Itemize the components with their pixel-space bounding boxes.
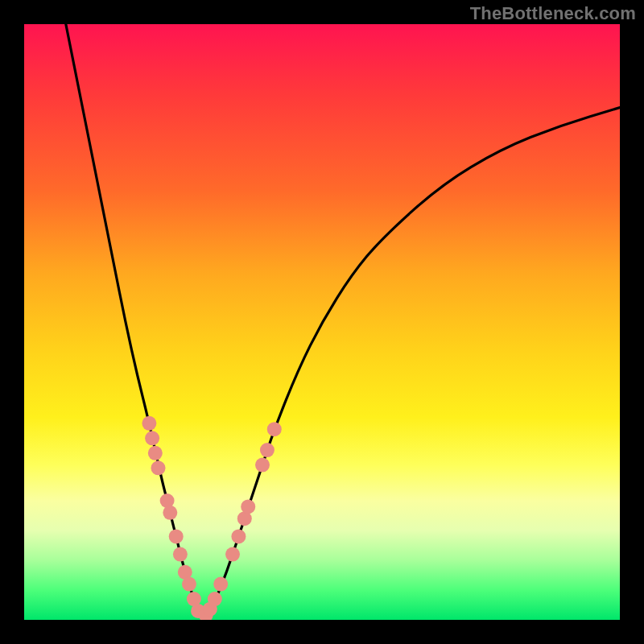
- marker-point: [148, 446, 163, 460]
- marker-point: [260, 443, 275, 457]
- marker-point: [169, 529, 184, 543]
- marker-point: [182, 577, 196, 592]
- marker-point: [241, 499, 255, 514]
- marker-point: [151, 460, 166, 475]
- marker-point: [142, 416, 156, 431]
- marker-point: [208, 592, 222, 606]
- plot-area: [24, 24, 620, 620]
- marker-point: [145, 431, 159, 445]
- marker-point: [255, 458, 270, 473]
- chart-svg: [24, 24, 620, 620]
- bottleneck-curve: [66, 24, 620, 620]
- marker-point: [173, 547, 188, 562]
- attribution-text: TheBottleneck.com: [470, 3, 636, 24]
- chart-stage: TheBottleneck.com: [0, 0, 644, 644]
- curve-left-branch: [66, 24, 203, 620]
- data-markers: [142, 416, 281, 620]
- marker-point: [231, 529, 246, 543]
- marker-point: [163, 506, 177, 520]
- marker-point: [267, 422, 282, 436]
- curve-right-branch: [203, 108, 620, 620]
- marker-point: [213, 577, 228, 592]
- marker-point: [225, 547, 240, 562]
